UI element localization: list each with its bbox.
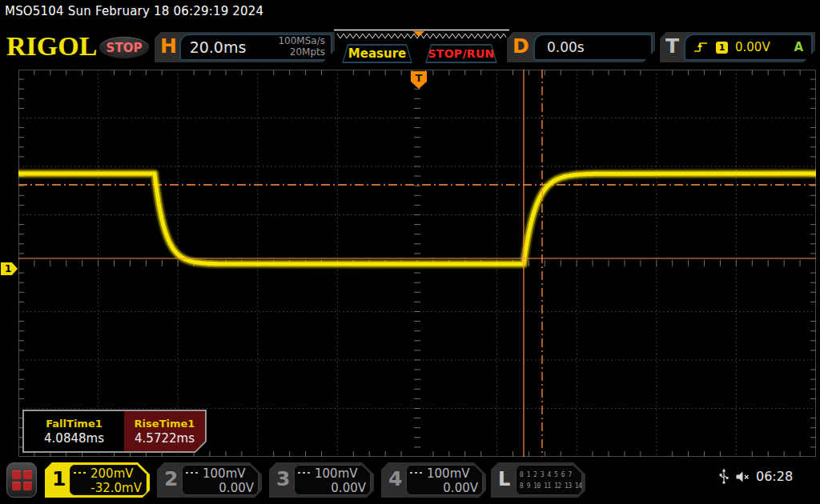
- measurement-panel: FallTime1 4.0848ms RiseTime1 4.5722ms: [22, 410, 207, 453]
- sample-rate-label: 100MSa/s 20Mpts: [278, 36, 331, 58]
- speaker-muted-icon: [735, 470, 750, 483]
- menu-button[interactable]: [6, 462, 37, 498]
- stop-run-button[interactable]: STOP/RUN: [425, 44, 497, 63]
- channel-1-box[interactable]: 1 200mV -32.0mV: [45, 462, 150, 498]
- trigger-source-badge: 1: [716, 42, 728, 54]
- channel-1-scale: 200mV: [90, 466, 134, 481]
- status-area: 06:28: [719, 468, 793, 485]
- memory-position-bar[interactable]: [332, 29, 511, 42]
- dc-coupling-icon: [74, 470, 86, 478]
- trigger-mode-badge: A: [794, 40, 803, 54]
- clock: 06:28: [756, 469, 793, 484]
- usb-icon: [719, 468, 729, 485]
- channel-2-offset: 0.00V: [186, 481, 254, 494]
- delay-box: 0.00s: [533, 34, 653, 61]
- channel-2-box[interactable]: 2 100mV 0.00V: [157, 462, 262, 498]
- timebase-box: 20.0ms 100MSa/s 20Mpts: [179, 34, 332, 61]
- trigger-slope-rising-icon: [693, 41, 709, 54]
- measurement-risetime[interactable]: RiseTime1 4.5722ms: [124, 411, 205, 451]
- waveform-display: T: [18, 70, 816, 457]
- trigger-t-label: T: [665, 36, 679, 56]
- measure-button[interactable]: Measure: [342, 44, 412, 63]
- logic-row-2: 8 9 10 11 12 13 14 15: [520, 480, 569, 491]
- trigger-position-marker[interactable]: T: [411, 71, 427, 89]
- dc-coupling-icon: [298, 470, 311, 478]
- page-title: MSO5104 Sun February 18 06:29:19 2024: [5, 4, 263, 18]
- run-state-badge: STOP: [99, 37, 149, 58]
- horizontal-h-label: H: [160, 36, 177, 56]
- trigger-box: 1 0.00V A: [684, 34, 813, 61]
- trigger-level-value: 0.00V: [735, 40, 770, 54]
- channel-4-box[interactable]: 4 100mV 0.00V: [381, 462, 486, 498]
- svg-text:T: T: [416, 72, 423, 84]
- rigol-logo: RIGOL: [6, 33, 97, 60]
- channel-2-scale: 100mV: [203, 466, 246, 481]
- measurement-falltime[interactable]: FallTime1 4.0848ms: [24, 411, 124, 451]
- timebase-value: 20.0ms: [181, 38, 255, 56]
- delay-value: 0.00s: [535, 39, 585, 55]
- menu-grid-icon: [12, 470, 21, 479]
- logic-channels-box[interactable]: L 0 1 2 3 4 5 6 7 8 9 10 11 12 13 14 15: [491, 462, 585, 498]
- logic-row-1: 0 1 2 3 4 5 6 7: [520, 469, 569, 480]
- trigger-settings-group[interactable]: T 1 0.00V A: [660, 32, 815, 62]
- dc-coupling-icon: [186, 470, 199, 478]
- channel-4-offset: 0.00V: [410, 481, 478, 494]
- channel-3-scale: 100mV: [315, 466, 358, 481]
- channel-3-offset: 0.00V: [298, 481, 366, 494]
- dc-coupling-icon: [410, 470, 423, 478]
- channel-1-ground-marker[interactable]: 1: [1, 262, 18, 275]
- delay-settings-group[interactable]: D 0.00s: [507, 32, 655, 62]
- channel-3-box[interactable]: 3 100mV 0.00V: [269, 462, 374, 498]
- delay-d-label: D: [512, 36, 529, 56]
- channel-4-scale: 100mV: [427, 466, 470, 481]
- channel-1-offset: -32.0mV: [74, 481, 142, 494]
- horizontal-settings-group[interactable]: H 20.0ms 100MSa/s 20Mpts: [155, 32, 335, 62]
